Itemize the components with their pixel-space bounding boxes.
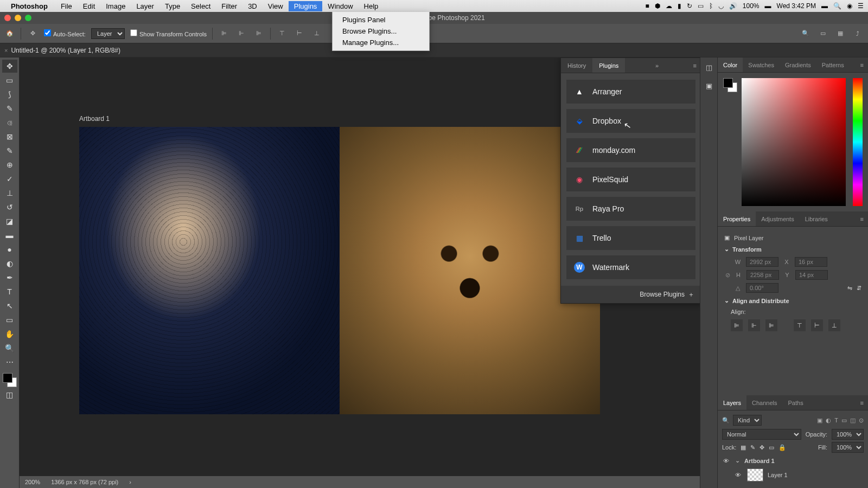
props-panel-menu-icon[interactable]: ≡ <box>856 216 868 222</box>
spotlight-icon[interactable]: 🔍 <box>833 2 841 10</box>
doc-dimensions[interactable]: 1366 px x 768 px (72 ppi) <box>51 479 118 485</box>
x-field[interactable]: 16 px <box>795 257 827 267</box>
tab-paths[interactable]: Paths <box>783 395 809 410</box>
pen-tool[interactable]: ✒ <box>2 271 17 284</box>
crop-tool[interactable]: ⟃ <box>2 116 17 129</box>
volume-icon[interactable]: 🔊 <box>729 2 737 10</box>
tab-properties[interactable]: Properties <box>718 211 756 226</box>
auto-select-target[interactable]: Layer <box>91 28 125 39</box>
zoom-tool[interactable]: 🔍 <box>2 342 17 355</box>
filter-kind-select[interactable]: Kind <box>733 415 762 426</box>
align-left-btn[interactable]: ⊫ <box>731 319 743 331</box>
align-center-h-btn[interactable]: ⊩ <box>748 319 760 331</box>
dodge-tool[interactable]: ◐ <box>2 257 17 270</box>
hue-slider[interactable] <box>853 78 863 206</box>
align-left-icon[interactable]: ⊫ <box>218 28 230 40</box>
zoom-level[interactable]: 200% <box>25 479 40 485</box>
menu-select[interactable]: Select <box>186 1 216 11</box>
canvas-area[interactable]: Artboard 1 History Plugins » ≡ ▲Arranger… <box>20 57 700 488</box>
shape-tool[interactable]: ▭ <box>2 313 17 326</box>
plugin-trello[interactable]: ▦Trello <box>566 226 695 250</box>
panel-icon-2[interactable]: ▣ <box>704 80 714 91</box>
siri-icon[interactable]: ◉ <box>847 2 852 10</box>
quick-mask-tool[interactable]: ◫ <box>2 388 17 401</box>
fill-field[interactable]: 100% <box>832 442 864 453</box>
sync-icon[interactable]: ↻ <box>687 2 692 10</box>
auto-select-checkbox[interactable]: Auto-Select: <box>44 29 86 37</box>
display-icon[interactable]: ▭ <box>698 2 704 10</box>
align-top-icon[interactable]: ⊤ <box>276 28 288 40</box>
move-tool[interactable]: ✥ <box>2 60 17 73</box>
menu-edit[interactable]: Edit <box>78 1 100 11</box>
flag-icon[interactable]: ▬ <box>821 2 828 10</box>
y-field[interactable]: 14 px <box>795 270 828 280</box>
move-tool-icon[interactable]: ✥ <box>27 28 39 40</box>
panel-menu-icon[interactable]: ≡ <box>689 62 700 69</box>
view-mode-icon[interactable]: ▭ <box>817 28 829 40</box>
artboard[interactable] <box>79 127 600 414</box>
document-tab[interactable]: Untitled-1 @ 200% (Layer 1, RGB/8#) <box>11 47 120 54</box>
video-icon[interactable]: ■ <box>646 2 649 10</box>
flip-v-icon[interactable]: ⇵ <box>857 285 861 292</box>
tab-channels[interactable]: Channels <box>746 395 782 410</box>
opacity-field[interactable]: 100% <box>832 429 864 440</box>
artboard-label[interactable]: Artboard 1 <box>79 115 110 123</box>
color-field[interactable] <box>742 78 846 206</box>
dropdown-browse-plugins[interactable]: Browse Plugins... <box>333 25 429 37</box>
close-tab-icon[interactable]: × <box>4 47 8 54</box>
path-select-tool[interactable]: ↖ <box>2 299 17 312</box>
type-tool[interactable]: T <box>2 285 17 298</box>
blur-tool[interactable]: ● <box>2 243 17 256</box>
filter-type-icon[interactable]: T <box>834 417 838 424</box>
menu-plugins[interactable]: Plugins <box>289 1 323 11</box>
edit-toolbar[interactable]: ⋯ <box>2 356 17 369</box>
eyedropper-tool[interactable]: ✎ <box>2 144 17 157</box>
bluetooth-icon[interactable]: ᛒ <box>709 2 713 10</box>
tab-gradients[interactable]: Gradients <box>780 57 816 72</box>
plugin-rayapro[interactable]: RpRaya Pro <box>566 197 695 221</box>
width-field[interactable]: 2992 px <box>746 257 778 267</box>
menu-layer[interactable]: Layer <box>131 1 159 11</box>
lock-position-icon[interactable]: ✎ <box>750 444 755 451</box>
visibility-icon[interactable]: 👁 <box>723 458 731 464</box>
close-window-button[interactable] <box>4 15 11 21</box>
battery-percent[interactable]: 100% <box>743 2 760 10</box>
tab-history[interactable]: History <box>561 58 592 73</box>
browse-plugins-link[interactable]: Browse Plugins <box>640 291 685 298</box>
menu-file[interactable]: File <box>55 1 78 11</box>
align-right-btn[interactable]: ⊫ <box>765 319 777 331</box>
menu-3d[interactable]: 3D <box>242 1 263 11</box>
cloud-icon[interactable]: ☁ <box>666 2 672 10</box>
height-field[interactable]: 2258 px <box>746 270 779 280</box>
filter-adjust-icon[interactable]: ◐ <box>826 417 831 424</box>
clock[interactable]: Wed 3:42 PM <box>777 2 816 10</box>
share-icon[interactable]: ⤴ <box>852 28 864 40</box>
lock-pixels-icon[interactable]: ▦ <box>741 444 746 451</box>
fg-bg-swatch[interactable] <box>723 78 737 92</box>
menu-window[interactable]: Window <box>322 1 358 11</box>
app-name[interactable]: Photoshop <box>11 2 48 10</box>
align-bottom-icon[interactable]: ⊥ <box>311 28 323 40</box>
hand-tool[interactable]: ✋ <box>2 328 17 341</box>
dropbox-status-icon[interactable]: ⬢ <box>655 2 660 10</box>
plugin-arranger[interactable]: ▲Arranger <box>566 80 695 104</box>
control-center-icon[interactable]: ☰ <box>858 2 864 10</box>
healing-tool[interactable]: ⊕ <box>2 158 17 171</box>
blend-mode-select[interactable]: Normal <box>722 429 801 440</box>
align-right-icon[interactable]: ⊫ <box>253 28 265 40</box>
tab-libraries[interactable]: Libraries <box>800 211 833 226</box>
workspace-icon[interactable]: ▦ <box>834 28 846 40</box>
align-center-v-icon[interactable]: ⊢ <box>293 28 305 40</box>
plugin-watermark[interactable]: WWatermark <box>566 255 695 279</box>
lock-all-icon[interactable]: 🔒 <box>778 444 786 451</box>
angle-field[interactable]: 0.00° <box>746 283 778 293</box>
battery-icon[interactable]: ▬ <box>765 2 771 10</box>
color-panel-menu-icon[interactable]: ≡ <box>856 62 868 68</box>
tab-swatches[interactable]: Swatches <box>743 57 780 72</box>
home-button[interactable]: 🏠 <box>4 28 15 39</box>
visibility-icon[interactable]: 👁 <box>735 472 743 478</box>
brush-tool[interactable]: ✓ <box>2 172 17 185</box>
panel-icon-1[interactable]: ◫ <box>704 62 714 73</box>
tab-color[interactable]: Color <box>718 57 743 72</box>
chevron-down-icon[interactable]: ⌄ <box>724 246 729 253</box>
